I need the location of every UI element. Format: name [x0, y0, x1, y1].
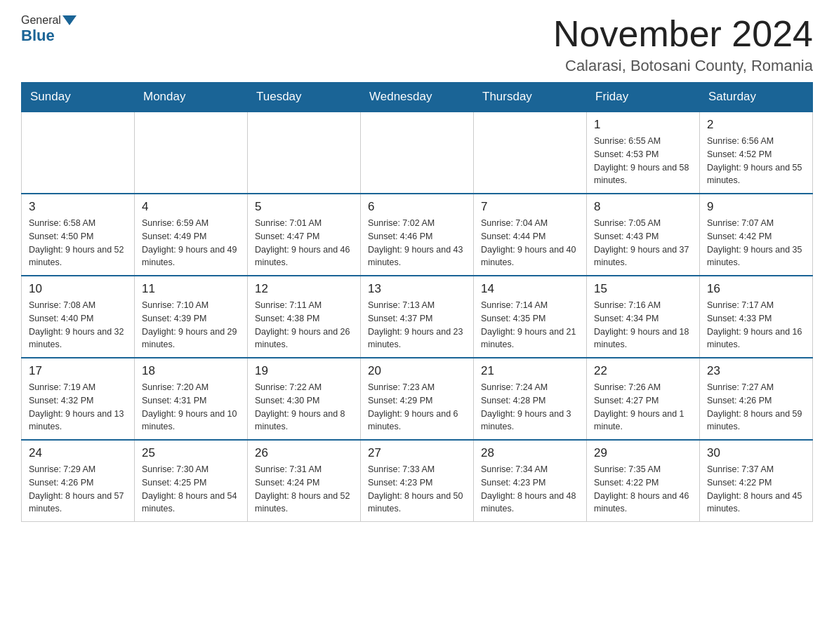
calendar-cell: 6Sunrise: 7:02 AM Sunset: 4:46 PM Daylig…	[361, 194, 474, 276]
page-header: General Blue November 2024 Calarasi, Bot…	[21, 14, 813, 75]
weekday-header-thursday: Thursday	[474, 83, 587, 112]
calendar-week-1: 1Sunrise: 6:55 AM Sunset: 4:53 PM Daylig…	[22, 112, 813, 194]
calendar-cell: 14Sunrise: 7:14 AM Sunset: 4:35 PM Dayli…	[474, 276, 587, 358]
calendar-cell: 1Sunrise: 6:55 AM Sunset: 4:53 PM Daylig…	[587, 112, 700, 194]
day-number: 28	[481, 446, 579, 460]
day-info: Sunrise: 7:14 AM Sunset: 4:35 PM Dayligh…	[481, 299, 579, 351]
day-info: Sunrise: 7:19 AM Sunset: 4:32 PM Dayligh…	[29, 381, 127, 434]
weekday-header-wednesday: Wednesday	[361, 83, 474, 112]
weekday-header-sunday: Sunday	[22, 83, 135, 112]
calendar-cell: 12Sunrise: 7:11 AM Sunset: 4:38 PM Dayli…	[248, 276, 361, 358]
day-info: Sunrise: 7:37 AM Sunset: 4:22 PM Dayligh…	[707, 463, 805, 516]
calendar-cell: 23Sunrise: 7:27 AM Sunset: 4:26 PM Dayli…	[700, 358, 813, 440]
calendar-week-5: 24Sunrise: 7:29 AM Sunset: 4:26 PM Dayli…	[22, 440, 813, 522]
day-number: 19	[255, 364, 353, 378]
calendar-cell: 21Sunrise: 7:24 AM Sunset: 4:28 PM Dayli…	[474, 358, 587, 440]
logo-general-text: General	[21, 14, 61, 27]
day-number: 1	[594, 118, 692, 132]
calendar-cell: 16Sunrise: 7:17 AM Sunset: 4:33 PM Dayli…	[700, 276, 813, 358]
day-number: 14	[481, 282, 579, 296]
calendar-cell: 17Sunrise: 7:19 AM Sunset: 4:32 PM Dayli…	[22, 358, 135, 440]
day-number: 24	[29, 446, 127, 460]
day-number: 11	[142, 282, 240, 296]
weekday-header-tuesday: Tuesday	[248, 83, 361, 112]
calendar-cell: 13Sunrise: 7:13 AM Sunset: 4:37 PM Dayli…	[361, 276, 474, 358]
weekday-header-row: SundayMondayTuesdayWednesdayThursdayFrid…	[22, 83, 813, 112]
day-info: Sunrise: 7:17 AM Sunset: 4:33 PM Dayligh…	[707, 299, 805, 351]
day-info: Sunrise: 7:04 AM Sunset: 4:44 PM Dayligh…	[481, 217, 579, 269]
title-section: November 2024 Calarasi, Botosani County,…	[553, 14, 813, 75]
calendar-cell: 2Sunrise: 6:56 AM Sunset: 4:52 PM Daylig…	[700, 112, 813, 194]
day-info: Sunrise: 7:13 AM Sunset: 4:37 PM Dayligh…	[368, 299, 466, 351]
day-number: 3	[29, 200, 127, 214]
day-number: 30	[707, 446, 805, 460]
calendar-cell: 30Sunrise: 7:37 AM Sunset: 4:22 PM Dayli…	[700, 440, 813, 522]
day-number: 18	[142, 364, 240, 378]
day-info: Sunrise: 7:01 AM Sunset: 4:47 PM Dayligh…	[255, 217, 353, 269]
day-info: Sunrise: 7:23 AM Sunset: 4:29 PM Dayligh…	[368, 381, 466, 434]
calendar-cell	[361, 112, 474, 194]
day-number: 15	[594, 282, 692, 296]
day-number: 5	[255, 200, 353, 214]
calendar-week-2: 3Sunrise: 6:58 AM Sunset: 4:50 PM Daylig…	[22, 194, 813, 276]
calendar-table: SundayMondayTuesdayWednesdayThursdayFrid…	[21, 82, 813, 522]
calendar-cell	[474, 112, 587, 194]
day-info: Sunrise: 7:20 AM Sunset: 4:31 PM Dayligh…	[142, 381, 240, 434]
day-info: Sunrise: 7:29 AM Sunset: 4:26 PM Dayligh…	[29, 463, 127, 516]
day-info: Sunrise: 7:05 AM Sunset: 4:43 PM Dayligh…	[594, 217, 692, 269]
day-info: Sunrise: 6:59 AM Sunset: 4:49 PM Dayligh…	[142, 217, 240, 269]
calendar-cell	[135, 112, 248, 194]
day-info: Sunrise: 6:55 AM Sunset: 4:53 PM Dayligh…	[594, 135, 692, 187]
day-info: Sunrise: 7:26 AM Sunset: 4:27 PM Dayligh…	[594, 381, 692, 434]
calendar-cell: 4Sunrise: 6:59 AM Sunset: 4:49 PM Daylig…	[135, 194, 248, 276]
calendar-cell: 22Sunrise: 7:26 AM Sunset: 4:27 PM Dayli…	[587, 358, 700, 440]
day-info: Sunrise: 7:08 AM Sunset: 4:40 PM Dayligh…	[29, 299, 127, 351]
calendar-cell: 27Sunrise: 7:33 AM Sunset: 4:23 PM Dayli…	[361, 440, 474, 522]
day-number: 6	[368, 200, 466, 214]
calendar-cell: 7Sunrise: 7:04 AM Sunset: 4:44 PM Daylig…	[474, 194, 587, 276]
day-info: Sunrise: 6:56 AM Sunset: 4:52 PM Dayligh…	[707, 135, 805, 187]
calendar-cell: 5Sunrise: 7:01 AM Sunset: 4:47 PM Daylig…	[248, 194, 361, 276]
calendar-cell	[22, 112, 135, 194]
calendar-cell: 25Sunrise: 7:30 AM Sunset: 4:25 PM Dayli…	[135, 440, 248, 522]
day-number: 23	[707, 364, 805, 378]
calendar-cell: 28Sunrise: 7:34 AM Sunset: 4:23 PM Dayli…	[474, 440, 587, 522]
day-number: 21	[481, 364, 579, 378]
calendar-week-4: 17Sunrise: 7:19 AM Sunset: 4:32 PM Dayli…	[22, 358, 813, 440]
logo-blue-text: Blue	[21, 27, 55, 45]
calendar-cell: 10Sunrise: 7:08 AM Sunset: 4:40 PM Dayli…	[22, 276, 135, 358]
main-title: November 2024	[553, 14, 813, 54]
day-info: Sunrise: 6:58 AM Sunset: 4:50 PM Dayligh…	[29, 217, 127, 269]
day-info: Sunrise: 7:24 AM Sunset: 4:28 PM Dayligh…	[481, 381, 579, 434]
day-number: 13	[368, 282, 466, 296]
day-number: 10	[29, 282, 127, 296]
day-number: 20	[368, 364, 466, 378]
calendar-cell: 9Sunrise: 7:07 AM Sunset: 4:42 PM Daylig…	[700, 194, 813, 276]
day-info: Sunrise: 7:16 AM Sunset: 4:34 PM Dayligh…	[594, 299, 692, 351]
day-number: 2	[707, 118, 805, 132]
subtitle: Calarasi, Botosani County, Romania	[553, 57, 813, 75]
calendar-cell: 8Sunrise: 7:05 AM Sunset: 4:43 PM Daylig…	[587, 194, 700, 276]
calendar-cell: 19Sunrise: 7:22 AM Sunset: 4:30 PM Dayli…	[248, 358, 361, 440]
calendar-cell: 11Sunrise: 7:10 AM Sunset: 4:39 PM Dayli…	[135, 276, 248, 358]
calendar-cell: 26Sunrise: 7:31 AM Sunset: 4:24 PM Dayli…	[248, 440, 361, 522]
day-info: Sunrise: 7:33 AM Sunset: 4:23 PM Dayligh…	[368, 463, 466, 516]
day-info: Sunrise: 7:22 AM Sunset: 4:30 PM Dayligh…	[255, 381, 353, 434]
day-info: Sunrise: 7:31 AM Sunset: 4:24 PM Dayligh…	[255, 463, 353, 516]
day-info: Sunrise: 7:35 AM Sunset: 4:22 PM Dayligh…	[594, 463, 692, 516]
calendar-cell: 24Sunrise: 7:29 AM Sunset: 4:26 PM Dayli…	[22, 440, 135, 522]
day-info: Sunrise: 7:30 AM Sunset: 4:25 PM Dayligh…	[142, 463, 240, 516]
weekday-header-saturday: Saturday	[700, 83, 813, 112]
day-info: Sunrise: 7:11 AM Sunset: 4:38 PM Dayligh…	[255, 299, 353, 351]
calendar-cell: 18Sunrise: 7:20 AM Sunset: 4:31 PM Dayli…	[135, 358, 248, 440]
calendar-cell: 20Sunrise: 7:23 AM Sunset: 4:29 PM Dayli…	[361, 358, 474, 440]
day-number: 8	[594, 200, 692, 214]
day-info: Sunrise: 7:02 AM Sunset: 4:46 PM Dayligh…	[368, 217, 466, 269]
day-number: 25	[142, 446, 240, 460]
day-number: 12	[255, 282, 353, 296]
day-number: 9	[707, 200, 805, 214]
calendar-cell	[248, 112, 361, 194]
calendar-week-3: 10Sunrise: 7:08 AM Sunset: 4:40 PM Dayli…	[22, 276, 813, 358]
weekday-header-friday: Friday	[587, 83, 700, 112]
calendar-cell: 15Sunrise: 7:16 AM Sunset: 4:34 PM Dayli…	[587, 276, 700, 358]
